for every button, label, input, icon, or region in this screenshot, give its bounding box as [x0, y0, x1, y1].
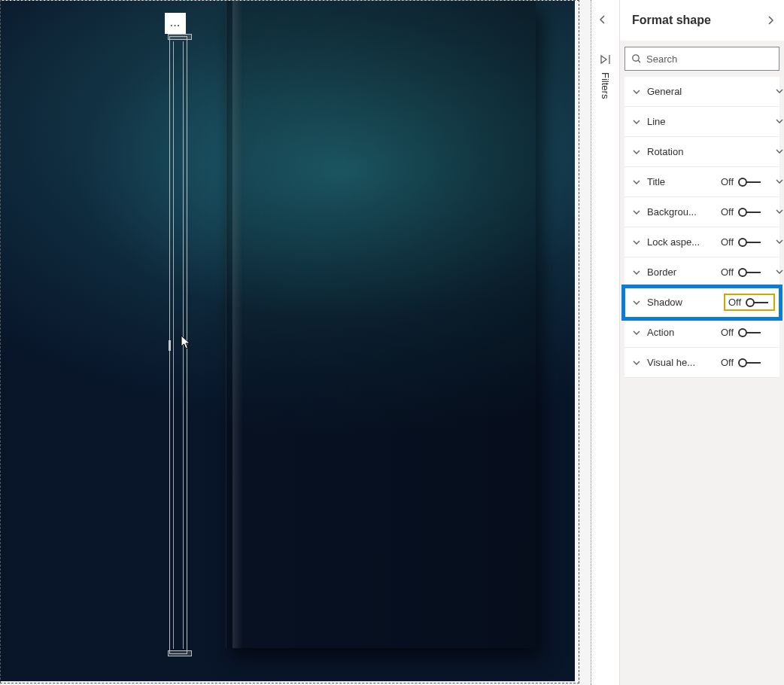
property-label: Border	[647, 266, 715, 278]
overflow-expand-chevron[interactable]	[775, 166, 784, 196]
toggle-switch[interactable]	[738, 328, 761, 337]
property-row-rotation[interactable]: Rotation	[624, 137, 779, 167]
panel-overflow-column	[775, 76, 784, 287]
chevron-down-icon	[632, 148, 641, 157]
chevron-down-icon	[632, 358, 641, 367]
expand-chevron[interactable]	[632, 268, 641, 277]
chevron-down-icon	[632, 268, 641, 277]
chevron-down-icon	[632, 87, 641, 96]
chevron-down-icon	[632, 238, 641, 247]
property-row-visual-he[interactable]: Visual he...Off	[624, 348, 779, 378]
chevron-down-icon	[632, 328, 641, 337]
toggle-state-label: Off	[721, 327, 734, 338]
property-toggle[interactable]: Off	[721, 176, 772, 187]
toggle-state-label: Off	[721, 236, 734, 248]
chevron-down-icon	[632, 117, 641, 126]
chevron-left-icon	[597, 14, 608, 25]
resize-handle-left[interactable]	[169, 340, 171, 351]
chevron-down-icon	[775, 207, 784, 216]
toggle-switch[interactable]	[738, 238, 761, 247]
visual-more-options-button[interactable]: ...	[165, 13, 186, 34]
property-row-action[interactable]: ActionOff	[624, 318, 779, 348]
format-shape-panel: Format shape GeneralLineRotationTitleOff…	[620, 0, 784, 685]
toggle-state-label: Off	[721, 266, 734, 278]
property-toggle[interactable]: Off	[721, 357, 772, 368]
expand-chevron[interactable]	[632, 148, 641, 157]
toggle-switch[interactable]	[738, 268, 761, 277]
property-row-shadow[interactable]: ShadowOff	[624, 288, 779, 318]
overflow-expand-chevron[interactable]	[775, 196, 784, 227]
filters-rail: Filters	[591, 0, 620, 685]
chevron-down-icon	[775, 237, 784, 246]
toggle-switch[interactable]	[738, 358, 761, 367]
selected-shape[interactable]	[169, 36, 187, 654]
chevron-down-icon	[632, 298, 641, 307]
chevron-down-icon	[775, 267, 784, 276]
toggle-state-label: Off	[721, 206, 734, 218]
expand-chevron[interactable]	[632, 87, 641, 96]
collapse-right-icon	[600, 54, 612, 65]
search-box[interactable]	[624, 47, 779, 71]
selected-shape-inner	[173, 41, 184, 649]
panel-title: Format shape	[632, 14, 711, 27]
search-icon	[631, 53, 640, 64]
property-row-lock-aspe[interactable]: Lock aspe...Off	[624, 227, 779, 257]
search-input[interactable]	[646, 53, 773, 65]
property-label: Backgrou...	[647, 206, 715, 218]
chevron-right-icon	[765, 15, 776, 26]
chevron-down-icon	[775, 147, 784, 156]
expand-chevron[interactable]	[632, 298, 641, 307]
property-toggle[interactable]: Off	[724, 294, 775, 311]
overflow-expand-chevron[interactable]	[775, 106, 784, 136]
overflow-expand-chevron[interactable]	[775, 136, 784, 166]
property-row-backgrou[interactable]: Backgrou...Off	[624, 197, 779, 227]
property-label: Visual he...	[647, 357, 715, 368]
toggle-state-label: Off	[721, 176, 734, 187]
filters-collapse-button[interactable]	[600, 54, 612, 67]
property-label: Line	[647, 116, 772, 127]
property-label: Lock aspe...	[647, 236, 715, 248]
overflow-expand-chevron[interactable]	[775, 257, 784, 287]
toggle-switch[interactable]	[738, 178, 761, 187]
toggle-switch[interactable]	[746, 298, 768, 307]
property-toggle[interactable]: Off	[721, 236, 772, 248]
expand-chevron[interactable]	[632, 178, 641, 187]
expand-chevron[interactable]	[632, 358, 641, 367]
property-row-general[interactable]: General	[624, 77, 779, 107]
property-row-title[interactable]: TitleOff	[624, 167, 779, 197]
panel-header: Format shape	[620, 0, 784, 41]
filters-rail-label[interactable]: Filters	[600, 72, 611, 99]
property-toggle[interactable]: Off	[721, 206, 772, 218]
toggle-switch[interactable]	[738, 208, 761, 217]
overflow-expand-chevron[interactable]	[775, 76, 784, 106]
expand-chevron[interactable]	[632, 328, 641, 337]
expand-chevron[interactable]	[632, 208, 641, 217]
canvas-overlay-panel	[226, 1, 536, 648]
chevron-down-icon	[775, 177, 784, 186]
chevron-down-icon	[775, 87, 784, 96]
overflow-expand-chevron[interactable]	[775, 227, 784, 257]
property-label: Shadow	[647, 297, 718, 308]
expand-chevron[interactable]	[632, 238, 641, 247]
property-label: Action	[647, 327, 715, 338]
properties-list: GeneralLineRotationTitleOffBackgrou...Of…	[620, 77, 784, 378]
property-label: Rotation	[647, 146, 772, 157]
panel-forward-button[interactable]	[761, 11, 779, 29]
toggle-state-label: Off	[721, 357, 734, 368]
property-label: General	[647, 86, 772, 97]
property-row-line[interactable]: Line	[624, 107, 779, 137]
property-label: Title	[647, 176, 715, 187]
svg-point-0	[633, 55, 639, 61]
property-row-border[interactable]: BorderOff	[624, 257, 779, 288]
property-toggle[interactable]: Off	[721, 327, 772, 338]
expand-chevron[interactable]	[632, 117, 641, 126]
chevron-down-icon	[775, 117, 784, 126]
report-canvas[interactable]: ...	[0, 0, 591, 685]
chevron-down-icon	[632, 208, 641, 217]
property-toggle[interactable]: Off	[721, 266, 772, 278]
panel-back-button[interactable]	[597, 14, 608, 27]
chevron-down-icon	[632, 178, 641, 187]
toggle-state-label: Off	[728, 297, 741, 308]
